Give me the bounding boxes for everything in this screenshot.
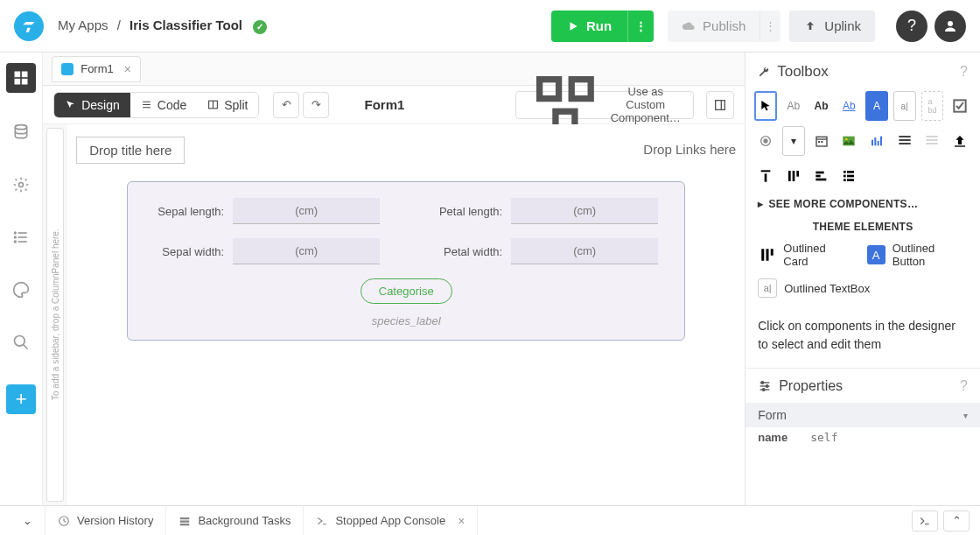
version-history-tab[interactable]: Version History (46, 506, 166, 535)
radio-tool[interactable] (754, 126, 777, 156)
datepicker-tool[interactable] (810, 126, 833, 156)
toolbox-help-icon[interactable]: ? (960, 64, 968, 80)
panel-icon (713, 98, 727, 112)
button-tool[interactable]: A (865, 91, 888, 121)
split-icon (207, 99, 219, 110)
component-grid: Ab Ab Ab A a| abd ▾ (746, 91, 980, 191)
properties-help-icon[interactable]: ? (960, 378, 968, 394)
svg-rect-50 (816, 172, 823, 174)
image-tool[interactable] (837, 126, 860, 156)
checkbox-tool[interactable] (948, 91, 971, 121)
svg-rect-21 (571, 79, 591, 98)
svg-rect-35 (874, 137, 876, 145)
svg-rect-41 (927, 136, 938, 137)
xypanel-tool[interactable] (810, 161, 833, 191)
theme-outlined-card[interactable]: Outlined Card (758, 242, 850, 268)
richtext-tool[interactable] (893, 126, 916, 156)
redo-button[interactable]: ↷ (303, 92, 329, 118)
history-icon (58, 515, 70, 527)
svg-rect-56 (847, 175, 854, 178)
svg-point-67 (763, 388, 766, 391)
datagrid-tool[interactable] (921, 126, 944, 156)
bottom-expand-toggle[interactable]: ⌄ (10, 506, 46, 535)
saved-check-icon (253, 20, 267, 34)
nav-theme-icon[interactable] (8, 277, 34, 303)
sepal-width-input[interactable] (233, 238, 380, 264)
nav-app-icon[interactable] (6, 63, 36, 93)
pointer-tool[interactable] (754, 91, 777, 121)
background-tasks-tab[interactable]: Background Tasks (166, 506, 304, 535)
svg-rect-45 (761, 170, 771, 172)
app-console-tab[interactable]: Stopped App Console × (304, 506, 478, 535)
textbox-tool[interactable]: a| (893, 91, 916, 121)
svg-rect-70 (180, 520, 190, 522)
plot-tool[interactable] (865, 126, 888, 156)
petal-length-input[interactable] (511, 198, 658, 224)
anvil-icon (20, 18, 38, 35)
tab-close-icon[interactable]: × (124, 62, 131, 76)
split-mode-button[interactable]: Split (197, 93, 258, 117)
svg-rect-44 (955, 145, 965, 146)
code-mode-button[interactable]: Code (130, 93, 197, 117)
svg-rect-4 (22, 79, 28, 85)
categorise-button[interactable]: Categorise (360, 278, 452, 304)
run-button[interactable]: Run (551, 11, 627, 42)
svg-rect-2 (22, 72, 28, 78)
svg-rect-59 (761, 249, 764, 261)
publish-button[interactable]: Publish (668, 11, 760, 42)
theme-outlined-textbox[interactable]: a| Outlined TextBox (758, 278, 870, 298)
publish-dropdown[interactable]: ⋮ (760, 11, 780, 42)
dropdown-tool[interactable]: ▾ (782, 126, 805, 156)
petal-width-input[interactable] (511, 238, 658, 264)
svg-point-10 (15, 232, 17, 234)
top-bar: My Apps / Iris Classifier Tool Run ⋮ Pub… (0, 0, 980, 53)
layout-toggle-button[interactable] (706, 91, 734, 119)
svg-point-33 (845, 138, 848, 141)
account-button[interactable] (934, 11, 966, 42)
undo-button[interactable]: ↶ (273, 92, 299, 118)
terminal-button[interactable] (912, 510, 938, 531)
sepal-length-input[interactable] (233, 198, 380, 224)
design-mode-button[interactable]: Design (54, 93, 130, 117)
nav-search-icon[interactable] (8, 329, 34, 355)
console-close-icon[interactable]: × (458, 514, 465, 528)
flowpanel-tool[interactable] (782, 161, 805, 191)
links-placeholder[interactable]: Drop Links here (643, 137, 736, 164)
uplink-button[interactable]: Uplink (789, 11, 875, 42)
add-button[interactable]: + (6, 384, 36, 414)
see-more-components[interactable]: ▸SEE MORE COMPONENTS… (746, 191, 980, 217)
properties-form-section[interactable]: Form (746, 403, 980, 427)
card-icon (758, 245, 776, 264)
svg-rect-46 (765, 173, 767, 181)
run-dropdown[interactable]: ⋮ (627, 11, 654, 42)
tab-form1[interactable]: Form1 × (52, 56, 141, 82)
sidebar-drop-placeholder[interactable]: To add a sidebar, drop a ColumnPanel her… (46, 128, 64, 502)
label-tool[interactable]: Ab (782, 91, 805, 121)
toolbox-header: Toolbox ? (746, 53, 980, 91)
svg-rect-57 (844, 179, 846, 181)
anvil-logo[interactable] (14, 11, 44, 41)
linearpanel-tool[interactable] (837, 161, 860, 191)
columnpanel-tool[interactable] (754, 161, 777, 191)
nav-database-icon[interactable] (8, 119, 34, 145)
svg-point-12 (15, 241, 17, 243)
bold-label-tool[interactable]: Ab (810, 91, 833, 121)
nav-list-icon[interactable] (8, 224, 34, 250)
fileloader-tool[interactable] (948, 126, 971, 156)
custom-component-button[interactable]: Use as Custom Component… (515, 91, 695, 119)
svg-rect-3 (15, 79, 21, 85)
svg-point-27 (764, 139, 767, 143)
breadcrumb-root[interactable]: My Apps (58, 18, 108, 32)
collapse-button[interactable]: ⌃ (943, 510, 970, 531)
title-placeholder[interactable]: Drop title here (76, 137, 185, 164)
nav-settings-icon[interactable] (8, 172, 34, 198)
design-canvas[interactable]: Drop title here Drop Links here Sepal le… (67, 124, 745, 505)
help-button[interactable]: ? (896, 11, 928, 42)
theme-outlined-button[interactable]: A Outlined Button (867, 242, 968, 268)
breadcrumb-app[interactable]: Iris Classifier Tool (130, 18, 242, 32)
link-tool[interactable]: Ab (837, 91, 860, 121)
terminal-icon (919, 515, 931, 527)
textarea-tool[interactable]: abd (921, 91, 944, 121)
form-card[interactable]: Sepal length: Petal length: Sepal width: (127, 181, 685, 341)
svg-rect-39 (899, 139, 910, 141)
